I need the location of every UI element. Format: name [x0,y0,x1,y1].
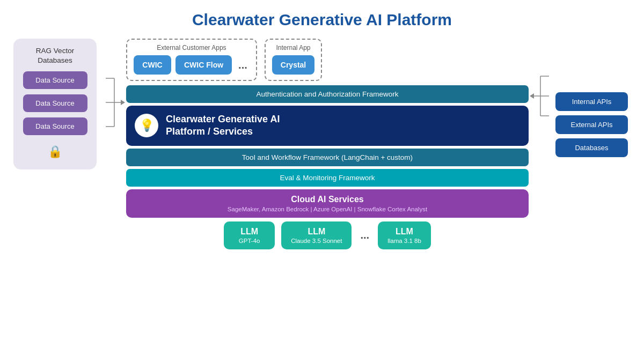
llm-row: LLM GPT-4o LLM Claude 3.5 Sonnet ... LLM… [126,221,529,249]
rag-vector-panel: RAG VectorDatabases Data Source Data Sou… [13,39,97,169]
external-apps-label: External Customer Apps [157,44,226,51]
right-panel: Internal APIs External APIs Databases [555,92,628,157]
right-brace-connector [530,67,550,125]
internal-app-box: Internal App Crystal [265,39,322,81]
llm-llama[interactable]: LLM llama 3.1 8b [378,221,431,249]
cloud-ai-bar: Cloud AI Services SageMaker, Amazon Bedr… [126,189,529,218]
tool-bar: Tool and Workflow Framework (LangChain +… [126,149,529,166]
eval-bar: Eval & Monitoring Framework [126,169,529,187]
left-brace-connector [105,67,125,139]
cloud-ai-title: Cloud AI Services [135,195,520,204]
external-apps-box: External Customer Apps CWIC CWIC Flow ..… [126,39,257,81]
crystal-tile[interactable]: Crystal [272,55,314,75]
external-apps-dots: ... [236,59,250,71]
llm-claude-title: LLM [291,227,342,237]
apps-row: External Customer Apps CWIC CWIC Flow ..… [126,39,529,81]
llm-gpt4o[interactable]: LLM GPT-4o [224,221,275,249]
cwic-tile[interactable]: CWIC [134,55,171,75]
llm-claude-sub: Claude 3.5 Sonnet [291,238,342,244]
main-platform-text: Clearwater Generative AIPlatform / Servi… [166,113,280,138]
lock-icon: 🔒 [48,145,62,159]
svg-marker-5 [121,100,125,105]
left-brace-svg [105,67,125,139]
internal-apis-tile[interactable]: Internal APIs [555,92,628,111]
left-section: RAG VectorDatabases Data Source Data Sou… [16,39,99,169]
main-layout: RAG VectorDatabases Data Source Data Sou… [16,39,628,249]
center-panel: External Customer Apps CWIC CWIC Flow ..… [126,39,529,249]
llm-llama-sub: llama 3.1 8b [387,238,421,244]
main-platform-bar: 💡 Clearwater Generative AIPlatform / Ser… [126,106,529,146]
lightbulb-icon: 💡 [135,114,158,137]
external-apps-inner: CWIC CWIC Flow ... [134,55,250,75]
llm-dots: ... [358,229,371,241]
llm-llama-title: LLM [387,227,421,237]
llm-gpt4o-title: LLM [233,227,265,237]
data-source-2[interactable]: Data Source [23,94,87,112]
svg-marker-7 [530,93,534,99]
rag-panel-title: RAG VectorDatabases [36,46,74,65]
internal-app-label: Internal App [276,44,310,51]
page-title: Clearwater Generative AI Platform [192,11,452,29]
data-source-3[interactable]: Data Source [23,117,87,135]
cloud-ai-sub: SageMaker, Amazon Bedrock | Azure OpenAI… [135,206,520,212]
llm-claude[interactable]: LLM Claude 3.5 Sonnet [281,221,352,249]
data-source-1[interactable]: Data Source [23,71,87,89]
cwic-flow-tile[interactable]: CWIC Flow [175,55,232,75]
llm-gpt4o-sub: GPT-4o [233,238,265,244]
auth-bar: Authentication and Authorization Framewo… [126,85,529,103]
databases-tile[interactable]: Databases [555,138,628,157]
right-brace-svg [530,67,550,125]
external-apis-tile[interactable]: External APIs [555,115,628,134]
